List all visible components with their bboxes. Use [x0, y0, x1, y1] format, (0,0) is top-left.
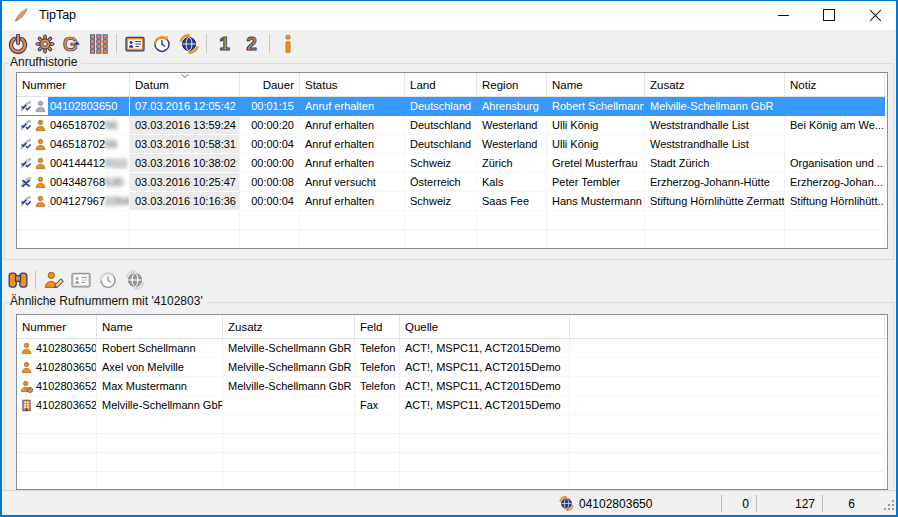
similar-number-row[interactable]: 4102803650Robert SchellmannMelville-Sche…: [17, 339, 887, 358]
notiz-cell: Erzherzog-Johan...: [785, 173, 885, 192]
column-header-nummer[interactable]: Nummer: [17, 73, 130, 96]
call-history-row[interactable]: 0465187025603.03.2016 13:59:2400:00:20An…: [17, 116, 887, 135]
empty-cell: [223, 453, 355, 472]
close-button[interactable]: [852, 0, 898, 30]
empty-cell: [570, 472, 885, 490]
power-button[interactable]: [4, 31, 31, 56]
phone-number: 41028036520: [34, 396, 96, 415]
column-header-label: Name: [102, 321, 133, 333]
g-redial-button[interactable]: G: [58, 31, 85, 56]
empty-cell: [97, 472, 223, 490]
column-header-datum[interactable]: Datum: [130, 73, 240, 96]
nummer-cell: 41028036520: [17, 396, 97, 415]
column-header-zusatz[interactable]: Zusatz: [223, 315, 355, 338]
nummer-cell: 4102803650: [17, 358, 97, 377]
empty-similar-row: [17, 453, 887, 472]
column-header-dauer[interactable]: Dauer: [240, 73, 300, 96]
titlebar[interactable]: TipTap: [0, 0, 898, 30]
call-history-row[interactable]: 0465187025603.03.2016 10:58:3100:00:04An…: [17, 135, 887, 154]
call-history-button[interactable]: [148, 31, 175, 56]
statusbar-active-number-field: 04102803650: [555, 496, 721, 511]
call-history-table: NummerDatumDauerStatusLandRegionNameZusa…: [16, 72, 888, 249]
land-cell: Österreich: [405, 173, 477, 192]
empty-cell: [785, 230, 885, 249]
column-header-label: Name: [552, 79, 583, 91]
person-icon: [20, 342, 33, 355]
column-header-status[interactable]: Status: [300, 73, 405, 96]
info-button[interactable]: [274, 31, 301, 56]
minimize-button[interactable]: [760, 0, 806, 30]
person-icon: [20, 361, 33, 374]
empty-cell: [130, 230, 240, 249]
column-header-zusatz[interactable]: Zusatz: [645, 73, 785, 96]
similar-number-row[interactable]: 41028036520Max MustermannMelville-Schell…: [17, 377, 887, 396]
similar-number-row[interactable]: 41028036520Melville-Schellmann GbRFaxACT…: [17, 396, 887, 415]
land-cell: Deutschland: [405, 116, 477, 135]
contact-card-button[interactable]: [121, 31, 148, 56]
settings-button[interactable]: [31, 31, 58, 56]
filler-cell: [570, 396, 885, 415]
empty-cell: [355, 453, 400, 472]
person-icon: [34, 138, 47, 151]
name-cell: Robert Schellmann: [547, 97, 645, 116]
empty-similar-row: [17, 415, 887, 434]
column-header-name[interactable]: Name: [97, 315, 223, 338]
call-answered-icon: [20, 195, 33, 208]
zusatz-cell: Melville-Schellmann GbR: [223, 377, 355, 396]
call-history-row[interactable]: 00434876853003.03.2016 10:25:4700:00:08A…: [17, 173, 887, 192]
similar-number-row[interactable]: 4102803650Axel von MelvilleMelville-Sche…: [17, 358, 887, 377]
column-header-name[interactable]: Name: [547, 73, 645, 96]
dialpad-button[interactable]: [85, 31, 112, 56]
column-header-nummer[interactable]: Nummer: [17, 315, 97, 338]
call-history-row[interactable]: 004127967226403.03.2016 10:16:3600:00:04…: [17, 192, 887, 211]
contact-card-icon: [125, 34, 145, 54]
empty-cell: [17, 415, 97, 434]
column-header-label: Datum: [135, 79, 169, 91]
feld-cell: Fax: [355, 396, 400, 415]
column-header-label: Feld: [360, 321, 382, 333]
empty-cell: [570, 453, 885, 472]
search-button[interactable]: [4, 267, 31, 292]
line-2-button[interactable]: 2: [238, 31, 265, 56]
sync-button[interactable]: [175, 31, 202, 56]
info-icon: [278, 34, 298, 54]
line-1-button[interactable]: 1: [211, 31, 238, 56]
column-header-region[interactable]: Region: [477, 73, 547, 96]
nummer-cell: 004348768530: [17, 173, 130, 192]
history-icon: [152, 34, 172, 54]
zusatz-cell: Stadt Zürich: [645, 154, 785, 173]
g-logo-icon: G: [62, 34, 82, 54]
column-header-quelle[interactable]: Quelle: [400, 315, 570, 338]
contact-edit-button[interactable]: [40, 267, 67, 292]
nummer-cell: 04102803650: [17, 97, 130, 116]
dauer-cell: 00:00:04: [240, 192, 300, 211]
call-history-row[interactable]: 004144412911103.03.2016 10:38:0200:00:00…: [17, 154, 887, 173]
call-history-row[interactable]: 0410280365007.03.2016 12:05:4200:01:15An…: [17, 97, 887, 116]
nummer-cell: 04651870256: [17, 116, 130, 135]
maximize-button[interactable]: [806, 0, 852, 30]
quelle-cell: ACT!, MSPC11, ACT2015Demo: [400, 339, 570, 358]
call-answered-icon: [20, 119, 33, 132]
column-header-notiz[interactable]: Notiz: [785, 73, 885, 96]
empty-cell: [645, 211, 785, 230]
column-header-feld[interactable]: Feld: [355, 315, 400, 338]
column-header-filler[interactable]: [570, 315, 885, 338]
column-header-land[interactable]: Land: [405, 73, 477, 96]
empty-cell: [645, 230, 785, 249]
line1-glyph: 1: [219, 34, 230, 54]
toolbar-separator: [206, 34, 207, 53]
person-icon: [34, 119, 47, 132]
feld-cell: Telefon: [355, 377, 400, 396]
empty-cell: [300, 230, 405, 249]
dauer-cell: 00:00:20: [240, 116, 300, 135]
resize-grip[interactable]: [879, 496, 895, 512]
history-icon: [98, 270, 118, 290]
settings-gear-icon: [35, 34, 55, 54]
phone-number-visible: 046518702: [50, 138, 105, 150]
empty-cell: [97, 453, 223, 472]
column-header-label: Nummer: [22, 321, 66, 333]
contact-card-icon: [71, 270, 91, 290]
person-icon: [34, 195, 47, 208]
phone-number: 4102803650: [34, 339, 96, 358]
phone-number: 04102803650: [48, 97, 129, 116]
